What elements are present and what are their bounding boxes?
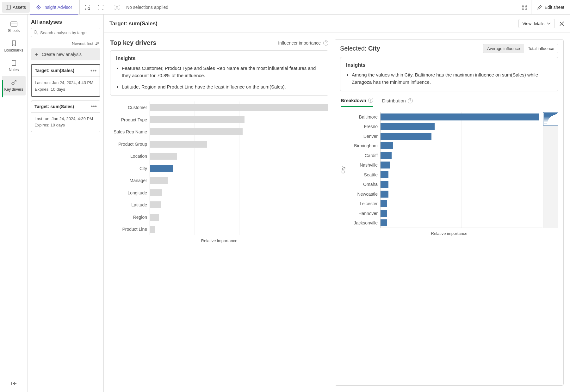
card-menu-button[interactable]: ••• <box>90 105 97 108</box>
edit-sheet-label: Edit sheet <box>545 5 564 10</box>
y-axis-label: City <box>110 162 150 175</box>
bar[interactable] <box>150 201 161 208</box>
rail-key-drivers[interactable]: Key drivers <box>2 76 26 95</box>
bar[interactable] <box>381 181 388 188</box>
analysis-card[interactable]: Target: sum(Sales)••• Last run: Jan 24, … <box>31 64 100 97</box>
bar[interactable] <box>381 191 388 198</box>
bar[interactable] <box>381 123 435 130</box>
y-axis-label: Nashville <box>345 160 380 170</box>
help-icon[interactable]: ? <box>408 98 413 103</box>
insights-box-left: Insights Features Customer, Product Type… <box>110 50 328 96</box>
panel-icon <box>6 5 11 9</box>
total-influence-tab[interactable]: Total influence <box>524 44 558 53</box>
main-header: Target: sum(Sales) View details <box>104 15 570 33</box>
help-icon[interactable]: ? <box>323 40 328 46</box>
expires: Expires: 10 days <box>34 122 97 129</box>
tab-distribution-label: Distribution <box>382 98 406 103</box>
bar[interactable] <box>381 133 431 140</box>
influencer-importance-label: Influencer importance <box>278 40 321 46</box>
analysis-card-title: Target: sum(Sales) <box>35 68 74 73</box>
tab-distribution[interactable]: Distribution ? <box>382 98 413 107</box>
plus-icon <box>34 52 39 57</box>
rail-notes-label: Notes <box>9 68 19 72</box>
bar[interactable] <box>150 141 207 148</box>
y-axis-label: Product Line <box>110 223 150 236</box>
rail-sheets-label: Sheets <box>8 28 20 33</box>
svg-rect-10 <box>525 8 527 9</box>
insights-box-right: Insights Among the values within City, B… <box>340 57 558 91</box>
card-menu-button[interactable]: ••• <box>90 69 97 72</box>
rail-notes[interactable]: Notes <box>2 56 26 76</box>
bar[interactable] <box>381 200 387 207</box>
bar[interactable] <box>381 152 392 159</box>
bar[interactable] <box>381 113 539 120</box>
y-axis-title: City <box>340 112 345 228</box>
svg-line-20 <box>37 33 38 34</box>
key-drivers-chart: CustomerProduct TypeSales Rep NameProduc… <box>110 101 328 386</box>
avg-influence-tab[interactable]: Average influence <box>483 44 524 53</box>
separator <box>79 0 80 15</box>
bar[interactable] <box>150 177 168 184</box>
y-axis-label: Leicester <box>345 199 380 209</box>
bar[interactable] <box>150 214 159 221</box>
minimap[interactable] <box>543 112 558 126</box>
close-button[interactable] <box>559 21 564 26</box>
y-axis-label: Location <box>110 150 150 162</box>
bar[interactable] <box>381 171 388 178</box>
search-icon <box>34 30 38 34</box>
svg-point-3 <box>88 8 90 9</box>
y-axis-label: Longitude <box>110 187 150 199</box>
y-axis-label: Birmingham <box>345 141 380 151</box>
insight-item: Features Customer, Product Type and Sale… <box>122 64 322 79</box>
y-axis-label: Latitude <box>110 199 150 211</box>
svg-rect-0 <box>6 5 11 9</box>
breakdown-tabs: Breakdown ? Distribution ? <box>341 98 558 107</box>
sort-button[interactable]: Newest first <box>28 37 103 48</box>
create-analysis-button[interactable]: Create new analysis <box>31 48 100 60</box>
bar[interactable] <box>381 210 387 217</box>
assets-button[interactable]: Assets <box>2 2 30 13</box>
create-analysis-label: Create new analysis <box>42 52 82 57</box>
bar[interactable] <box>150 116 245 123</box>
pencil-icon <box>537 5 542 10</box>
y-axis-label: Sales Rep Name <box>110 126 150 138</box>
y-axis-label: Customer <box>110 101 150 114</box>
minimap-track[interactable] <box>543 126 558 228</box>
collapse-rail-button[interactable] <box>8 379 20 388</box>
view-details-button[interactable]: View details <box>518 19 555 28</box>
svg-point-2 <box>38 7 39 8</box>
analysis-card[interactable]: Target: sum(Sales)••• Last run: Jan 24, … <box>31 101 100 132</box>
selection-tool-2[interactable] <box>96 2 106 13</box>
y-axis-label: Omaha <box>345 180 380 189</box>
rail-bookmarks[interactable]: Bookmarks <box>2 37 26 56</box>
tab-breakdown[interactable]: Breakdown ? <box>341 98 373 107</box>
insight-advisor-button[interactable]: Insight Advisor <box>30 0 78 15</box>
insight-item: Latitude, Region and Product Line have t… <box>122 83 322 90</box>
y-axis-label: Baltimore <box>345 112 380 122</box>
svg-rect-8 <box>525 5 527 7</box>
x-axis-label: Relative importance <box>110 235 328 246</box>
help-icon[interactable]: ? <box>368 98 373 103</box>
bar[interactable] <box>150 189 162 196</box>
sort-icon <box>95 41 100 46</box>
bar[interactable] <box>150 104 328 111</box>
rail-key-drivers-label: Key drivers <box>4 87 23 92</box>
selection-tool-1[interactable] <box>82 2 93 13</box>
bar[interactable] <box>381 162 390 168</box>
selection-status: No selections applied <box>126 5 168 10</box>
rail-sheets[interactable]: Sheets <box>2 18 26 37</box>
target-title: Target: sum(Sales) <box>109 21 158 27</box>
analyses-search <box>31 28 100 37</box>
y-axis-label: Hannover <box>345 209 380 218</box>
svg-rect-7 <box>522 5 524 7</box>
edit-sheet-button[interactable]: Edit sheet <box>531 0 570 15</box>
bar[interactable] <box>150 153 177 160</box>
grid-icon[interactable] <box>519 2 530 13</box>
bar[interactable] <box>381 142 393 149</box>
bar[interactable] <box>381 219 387 226</box>
bar[interactable] <box>150 165 173 172</box>
search-input[interactable] <box>31 28 100 37</box>
bar[interactable] <box>150 128 243 135</box>
bar[interactable] <box>150 226 155 233</box>
svg-rect-11 <box>11 22 17 26</box>
